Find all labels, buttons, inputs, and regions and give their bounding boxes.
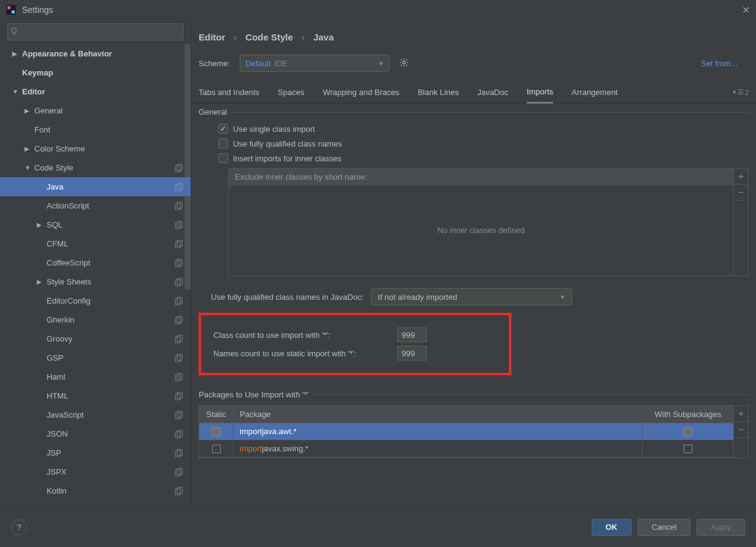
sidebar-item-json[interactable]: JSON — [0, 424, 191, 443]
svg-rect-2 — [12, 10, 15, 13]
tabs-overflow-button[interactable]: ▾☰2 — [733, 88, 749, 96]
javadoc-fqn-label: Use fully qualified class names in JavaD… — [211, 293, 364, 302]
subpackages-checkbox[interactable] — [684, 445, 692, 453]
svg-rect-7 — [175, 204, 180, 210]
sidebar-item-keymap[interactable]: Keymap — [0, 63, 191, 82]
tab-javadoc[interactable]: JavaDoc — [477, 82, 508, 104]
svg-rect-38 — [177, 487, 182, 493]
sidebar-item-gherkin[interactable]: Gherkin — [0, 310, 191, 329]
bottombar: ? OK Cancel Apply — [0, 509, 756, 545]
tab-tabs-and-indents[interactable]: Tabs and Indents — [199, 82, 259, 104]
svg-rect-21 — [175, 337, 180, 343]
names-count-label: Names count to use static import with '*… — [213, 349, 397, 358]
sidebar-item-style-sheets[interactable]: ▶Style Sheets — [0, 272, 191, 291]
breadcrumb-editor[interactable]: Editor — [199, 32, 225, 42]
sidebar-item-font[interactable]: Font — [0, 120, 191, 139]
exclude-list: Exclude inner classes by short name: No … — [228, 168, 749, 276]
tab-arrangement[interactable]: Arrangement — [571, 82, 617, 104]
svg-rect-22 — [177, 335, 182, 341]
sidebar-item-groovy[interactable]: Groovy — [0, 329, 191, 348]
tree-item-label: Gherkin — [47, 315, 175, 324]
svg-rect-14 — [177, 259, 182, 265]
package-row[interactable]: import javax.swing.* — [199, 440, 733, 457]
sidebar-item-appearance-behavior[interactable]: ▶Appearance & Behavior — [0, 44, 191, 63]
tree-arrow-icon: ▼ — [25, 164, 33, 171]
svg-rect-11 — [175, 242, 180, 248]
close-icon[interactable]: ✕ — [742, 4, 750, 16]
subpackages-checkbox[interactable] — [684, 427, 692, 436]
remove-package-button[interactable]: − — [734, 422, 748, 438]
tab-blank-lines[interactable]: Blank Lines — [418, 82, 459, 104]
svg-line-47 — [407, 59, 407, 60]
svg-rect-25 — [175, 375, 180, 381]
package-row[interactable]: import java.awt.* — [199, 423, 733, 440]
svg-rect-16 — [177, 278, 182, 284]
sidebar-item-java[interactable]: Java — [0, 177, 191, 196]
sidebar-item-editor[interactable]: ▼Editor — [0, 82, 191, 101]
copy-icon — [175, 259, 183, 267]
static-checkbox[interactable] — [212, 445, 221, 453]
svg-point-39 — [403, 61, 405, 63]
class-count-input[interactable] — [397, 327, 427, 342]
copy-icon — [175, 411, 183, 419]
tab-spaces[interactable]: Spaces — [278, 82, 304, 104]
breadcrumb-codestyle[interactable]: Code Style — [245, 32, 293, 42]
sidebar-item-sql[interactable]: ▶SQL — [0, 215, 191, 234]
search-input[interactable] — [7, 23, 183, 40]
static-checkbox[interactable] — [212, 427, 221, 436]
checkbox-inner-imports[interactable] — [218, 153, 228, 163]
sidebar-item-haml[interactable]: Haml — [0, 367, 191, 386]
tab-imports[interactable]: Imports — [527, 82, 553, 104]
sidebar-item-jsp[interactable]: JSP — [0, 443, 191, 462]
tree-item-label: Editor — [22, 87, 191, 96]
svg-rect-32 — [177, 430, 182, 436]
sidebar-item-javascript[interactable]: JavaScript — [0, 405, 191, 424]
svg-line-45 — [407, 64, 407, 65]
app-icon — [6, 5, 16, 15]
sidebar-item-gsp[interactable]: GSP — [0, 348, 191, 367]
scheme-select[interactable]: Default IDE ▼ — [240, 55, 389, 72]
tree-item-label: General — [34, 106, 191, 115]
gear-icon[interactable] — [399, 58, 409, 69]
svg-rect-34 — [177, 449, 182, 455]
svg-rect-13 — [175, 261, 180, 267]
tree-arrow-icon: ▶ — [12, 50, 21, 57]
tree-item-label: JSON — [47, 429, 175, 438]
tree-arrow-icon: ▼ — [12, 88, 21, 95]
tree-item-label: Code Style — [34, 163, 175, 172]
sidebar-item-jspx[interactable]: JSPX — [0, 462, 191, 481]
help-button[interactable]: ? — [11, 519, 27, 535]
sidebar-item-cfml[interactable]: CFML — [0, 234, 191, 253]
tab-wrapping-and-braces[interactable]: Wrapping and Braces — [323, 82, 399, 104]
copy-icon — [175, 335, 183, 343]
apply-button[interactable]: Apply — [697, 519, 745, 536]
sidebar-item-coffeescript[interactable]: CoffeeScript — [0, 253, 191, 272]
sidebar-item-code-style[interactable]: ▼Code Style — [0, 158, 191, 177]
class-count-label: Class count to use import with '*': — [213, 331, 397, 340]
ok-button[interactable]: OK — [592, 519, 632, 536]
checkbox-single-import[interactable] — [218, 124, 228, 134]
sidebar-item-editorconfig[interactable]: EditorConfig — [0, 291, 191, 310]
tree-arrow-icon: ▶ — [37, 278, 45, 285]
cancel-button[interactable]: Cancel — [638, 519, 690, 536]
sidebar-item-general[interactable]: ▶General — [0, 101, 191, 120]
sidebar-item-actionscript[interactable]: ActionScript — [0, 196, 191, 215]
tree-item-label: Java — [47, 182, 175, 191]
remove-button[interactable]: − — [734, 185, 748, 201]
svg-rect-35 — [175, 470, 180, 476]
breadcrumb: Editor › Code Style › Java — [191, 20, 334, 52]
sidebar-item-html[interactable]: HTML — [0, 386, 191, 405]
tree-item-label: Kotlin — [47, 486, 175, 495]
sidebar-item-color-scheme[interactable]: ▶Color Scheme — [0, 139, 191, 158]
javadoc-fqn-select[interactable]: If not already imported ▼ — [371, 288, 572, 305]
add-button[interactable]: + — [734, 169, 748, 185]
svg-rect-30 — [177, 411, 182, 417]
checkbox-fqn[interactable] — [218, 139, 228, 148]
svg-rect-26 — [177, 373, 182, 379]
sidebar-item-kotlin[interactable]: Kotlin — [0, 481, 191, 500]
label-single-import: Use single class import — [233, 124, 315, 134]
names-count-input[interactable] — [397, 346, 427, 361]
svg-rect-12 — [177, 240, 182, 246]
add-package-button[interactable]: + — [734, 406, 748, 422]
set-from-link[interactable]: Set from... — [701, 59, 749, 68]
